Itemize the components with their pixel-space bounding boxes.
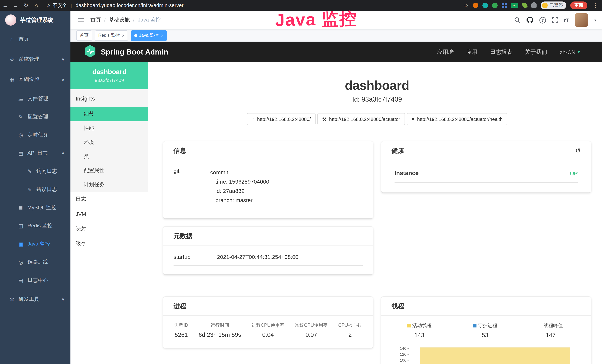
metadata-row: startup 2021-04-27T00:44:31.254+08:00 xyxy=(173,254,363,266)
sidebar-item-label: 基础设施 xyxy=(19,76,39,83)
sidebar-item[interactable]: ◷ 定时任务 xyxy=(0,126,70,144)
update-button[interactable]: 更新 xyxy=(570,1,587,9)
tab[interactable]: 首页 xyxy=(76,30,92,41)
instance-link[interactable]: ⚒ http://192.168.0.2:48080/actuator xyxy=(317,113,405,125)
java-icon: ▣ xyxy=(17,241,24,247)
fox-extension-icon[interactable] xyxy=(473,3,478,8)
sidebar-item-label: 定时任务 xyxy=(27,131,48,138)
locale-selector[interactable]: zh-CN ▾ xyxy=(560,49,580,55)
sba-nav-item[interactable]: 关于我们 xyxy=(525,48,547,55)
grid-extension-icon[interactable] xyxy=(502,3,507,8)
chevron-down-icon: ▾ xyxy=(594,18,596,22)
heartbeat-link-icon: ♥ xyxy=(412,116,414,122)
sidebar-item[interactable]: ✎ 访问日志 xyxy=(0,162,70,180)
process-metric-value: 0.04 xyxy=(252,332,285,338)
legend-label: 活动线程 xyxy=(412,322,432,329)
fullscreen-icon[interactable] xyxy=(552,17,559,23)
paused-label: 已暂停 xyxy=(549,2,563,9)
chevron-icon: ∧ xyxy=(62,150,64,155)
sidebar-item-label: API 日志 xyxy=(27,150,48,156)
threads-card-title: 线程 xyxy=(381,297,591,316)
sidebar-item-label: 首页 xyxy=(19,36,29,43)
sidebar-toggle-icon[interactable] xyxy=(76,16,85,24)
sba-sidebar-item[interactable]: 日志 xyxy=(70,192,148,207)
instance-link[interactable]: ♥ http://192.168.0.2:48080/actuator/heal… xyxy=(407,113,507,125)
sidebar-item[interactable]: ⌂ 首页 xyxy=(0,29,70,49)
breadcrumb-item[interactable]: 基础设施 xyxy=(109,17,138,23)
browser-menu-icon[interactable]: ⋮ xyxy=(591,2,599,9)
forward-icon[interactable]: → xyxy=(10,2,21,9)
sidebar-item[interactable]: ✎ 配置管理 xyxy=(0,107,70,126)
puzzle-extension-icon[interactable] xyxy=(531,3,537,8)
sba-nav-item[interactable]: 应用墙 xyxy=(437,48,454,55)
sidebar-item[interactable]: ▦ 基础设施 ∧ xyxy=(0,69,70,89)
tab[interactable]: Java 监控 × xyxy=(131,30,167,41)
instance-header-card[interactable]: dashboard 93a3fc7f7409 xyxy=(70,62,148,89)
sba-sidebar-item[interactable]: 环境 xyxy=(70,135,148,150)
legend-value: 143 xyxy=(407,332,432,339)
sidebar-item[interactable]: ▤ API 日志 ∧ xyxy=(0,144,70,162)
sidebar-item[interactable]: ⚒ 研发工具 ∨ xyxy=(0,289,70,309)
access-log-icon: ✎ xyxy=(26,168,33,174)
font-size-icon[interactable]: tT xyxy=(564,17,569,23)
security-chip[interactable]: ⚠ 不安全 xyxy=(47,2,67,9)
back-icon[interactable]: ← xyxy=(0,2,10,9)
sidebar-item[interactable]: ✎ 错误日志 xyxy=(0,180,70,198)
sba-sidebar-item[interactable]: 细节 xyxy=(70,107,148,121)
info-row: git commit: time: 1596289704000 id: 27aa… xyxy=(173,168,363,210)
sba-sidebar-item[interactable]: 映射 xyxy=(70,221,148,236)
sba-nav-item[interactable]: 应用 xyxy=(466,48,477,55)
tab[interactable]: Redis 监控 × xyxy=(95,30,128,41)
insights-group: Insights 细节性能环境类配置属性计划任务 xyxy=(70,89,148,192)
history-icon[interactable]: ↺ xyxy=(575,147,581,154)
active-threads-area xyxy=(420,347,570,364)
sidebar-item-label: 日志中心 xyxy=(27,277,48,284)
chevron-icon: ∨ xyxy=(62,57,64,62)
tag-close-icon[interactable]: × xyxy=(161,33,163,38)
sidebar-item[interactable]: ☁ 文件管理 xyxy=(0,89,70,107)
sba-sidebar-item[interactable]: 计划任务 xyxy=(70,178,148,192)
instance-link[interactable]: ⌂ http://192.168.0.2:48080/ xyxy=(247,113,316,125)
chart-ytick: 120 xyxy=(392,351,409,357)
error-log-icon: ✎ xyxy=(26,186,33,192)
process-metric-label: 系统CPU使用率 xyxy=(295,322,328,329)
tag-close-icon[interactable]: × xyxy=(122,33,125,38)
help-icon[interactable]: ? xyxy=(539,17,546,23)
process-metrics: 进程ID 5261 运行时间 6d 23h 15m 59s 进程CPU使用率 0… xyxy=(163,316,373,348)
chevron-icon: ∨ xyxy=(62,297,64,302)
reload-icon[interactable]: ↻ xyxy=(21,2,31,9)
sba-sidebar-item[interactable]: 缓存 xyxy=(70,236,148,251)
app-logo-row[interactable]: 芋道管理系统 xyxy=(0,11,70,29)
droplet-extension-icon[interactable] xyxy=(483,3,488,8)
y-circle-extension-icon[interactable] xyxy=(492,3,498,8)
instance-id: 93a3fc7f7409 xyxy=(95,77,124,83)
leaf-extension-icon[interactable] xyxy=(522,3,528,8)
url-text[interactable]: dashboard.yudao.iocoder.cn/infra/admin-s… xyxy=(76,3,183,8)
sba-sidebar-item[interactable]: 配置属性 xyxy=(70,163,148,178)
info-card-title: 信息 xyxy=(163,141,373,160)
sidebar-item[interactable]: ◎ 链路追踪 xyxy=(0,253,70,271)
info-card: 信息 git commit: time: 1596289704000 id: 2… xyxy=(163,141,373,218)
search-icon[interactable] xyxy=(514,17,521,23)
avatar[interactable] xyxy=(575,13,588,27)
sidebar-item[interactable]: ≣ MySQL 监控 xyxy=(0,198,70,217)
sidebar-item[interactable]: ▤ 日志中心 xyxy=(0,271,70,289)
sidebar-item[interactable]: ▣ Java 监控 xyxy=(0,235,70,253)
sba-nav-item[interactable]: 日志报表 xyxy=(490,48,512,55)
on-toggle-extension-icon[interactable]: on xyxy=(511,3,518,8)
instance-id-line: Id: 93a3fc7f7409 xyxy=(163,96,591,104)
git-commit-line: commit: xyxy=(210,168,269,177)
sba-sidebar-item[interactable]: JVM xyxy=(70,207,148,221)
sba-sidebar-item[interactable]: 性能 xyxy=(70,121,148,135)
locale-label: zh-CN xyxy=(560,49,575,55)
github-icon[interactable] xyxy=(526,16,534,24)
bookmark-star-icon[interactable]: ☆ xyxy=(464,2,469,9)
browser-home-icon[interactable]: ⌂ xyxy=(31,2,42,9)
sync-paused-chip[interactable]: 已暂停 xyxy=(541,1,566,9)
sidebar-item[interactable]: ⚙ 系统管理 ∨ xyxy=(0,49,70,69)
sidebar-item[interactable]: ◫ Redis 监控 xyxy=(0,217,70,235)
breadcrumb-item[interactable]: Java 监控 xyxy=(138,17,161,23)
git-branch-line: branch: master xyxy=(210,195,269,205)
sba-sidebar-item[interactable]: 类 xyxy=(70,150,148,163)
breadcrumb-item[interactable]: 首页 xyxy=(90,17,109,23)
